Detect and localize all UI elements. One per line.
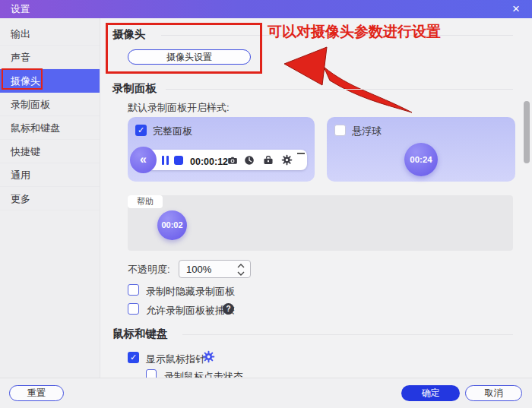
sidebar-item-sound[interactable]: 声音	[0, 46, 100, 69]
close-icon[interactable]: ×	[508, 0, 524, 18]
opacity-value: 100%	[186, 264, 211, 275]
mouse-keyboard-section-title: 鼠标和键盘	[112, 327, 168, 341]
ok-button[interactable]: 确定	[401, 385, 460, 401]
click-state-label: 录制鼠标点击状态	[164, 370, 243, 378]
camera-settings-button[interactable]: 摄像头设置	[128, 49, 251, 65]
recording-time: 00:00:12	[190, 157, 228, 167]
sidebar-item-output[interactable]: 输出	[0, 22, 100, 46]
titlebar: 设置 ×	[0, 0, 532, 18]
pointer-settings-gear-icon[interactable]	[202, 350, 215, 363]
opacity-label: 不透明度:	[128, 263, 170, 277]
allow-capture-checkbox[interactable]	[128, 303, 139, 315]
cancel-button[interactable]: 取消	[465, 385, 522, 401]
float-ball-label: 悬浮球	[352, 125, 382, 138]
float-ball-checkbox[interactable]	[334, 125, 346, 136]
hide-panel-checkbox[interactable]	[128, 284, 139, 296]
recording-panel-section-title: 录制面板	[112, 81, 157, 96]
opacity-spinner[interactable]: 100%	[179, 260, 251, 278]
clock-icon	[244, 155, 255, 166]
show-pointer-label: 显示鼠标指针	[146, 353, 205, 366]
collapse-icon: «	[130, 147, 157, 173]
gear-icon	[281, 154, 293, 166]
camera-icon	[227, 155, 238, 166]
stop-icon	[174, 156, 183, 165]
float-ball-preview: 00:24	[404, 143, 438, 176]
help-tab: 帮助	[128, 195, 163, 208]
sidebar: 输出 声音 摄像头 录制面板 鼠标和键盘 快捷键 通用 更多	[0, 18, 100, 378]
help-ball-preview: 00:02	[157, 210, 187, 240]
camera-section-title: 摄像头	[112, 27, 146, 42]
full-panel-label: 完整面板	[153, 125, 192, 138]
divider	[182, 334, 513, 335]
sidebar-item-mouse-keyboard[interactable]: 鼠标和键盘	[0, 116, 100, 140]
annotation-arrow-icon	[266, 40, 456, 123]
sidebar-item-general[interactable]: 通用	[0, 163, 100, 187]
click-state-checkbox[interactable]	[146, 369, 157, 378]
spinner-arrows-icon[interactable]	[237, 263, 245, 277]
click-state-row: 录制鼠标点击状态	[146, 369, 344, 378]
help-icon[interactable]: ?	[223, 303, 234, 315]
sidebar-item-recording-panel[interactable]: 录制面板	[0, 93, 100, 116]
sidebar-item-camera[interactable]: 摄像头	[0, 69, 100, 93]
pause-icon	[162, 156, 164, 165]
default-style-label: 默认录制面板开启样式:	[128, 101, 230, 115]
footer-bar: 重置 确定 取消	[0, 378, 532, 408]
pause-icon	[166, 156, 169, 165]
reset-button[interactable]: 重置	[9, 385, 64, 401]
show-pointer-checkbox[interactable]: ✓	[128, 352, 139, 363]
window-title: 设置	[11, 3, 30, 16]
scrollbar-thumb[interactable]	[524, 101, 530, 163]
settings-window: 设置 × 输出 声音 摄像头 录制面板 鼠标和键盘 快捷键 通用 更多 摄像头 …	[0, 0, 532, 408]
divider	[166, 89, 513, 90]
annotation-note: 可以对摄像头参数进行设置	[268, 22, 441, 42]
toolbox-icon	[263, 155, 274, 166]
hide-panel-label: 录制时隐藏录制面板	[146, 285, 235, 299]
allow-capture-label: 允许录制面板被捕获	[146, 304, 235, 318]
full-panel-checkbox[interactable]: ✓	[135, 125, 147, 136]
minimize-icon	[297, 153, 305, 154]
sidebar-item-more[interactable]: 更多	[0, 187, 100, 210]
sidebar-item-hotkeys[interactable]: 快捷键	[0, 140, 100, 163]
